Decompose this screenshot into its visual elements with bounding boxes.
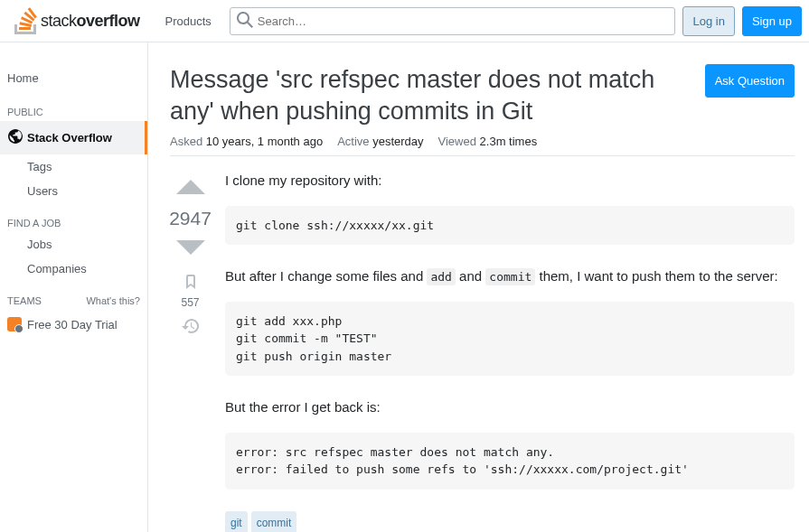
bookmark-count: 557 [181,296,199,309]
sidebar-header-public: PUBLIC [0,92,147,121]
topbar: stackoverflow Products Log in Sign up [0,0,809,42]
main: Home PUBLIC Stack Overflow Tags Users FI… [0,42,809,532]
products-link[interactable]: Products [155,9,222,33]
code-block: git add xxx.php git commit -m "TEST" git… [225,302,795,377]
briefcase-icon [7,317,22,331]
question-body: I clone my repository with: git clone ss… [225,171,795,532]
bookmark-button[interactable] [183,274,199,293]
question-meta: Asked 10 years, 1 month ago Active yeste… [170,135,795,156]
sidebar-item-label: Free 30 Day Trial [27,318,118,331]
stackoverflow-icon [14,7,37,34]
sidebar-item-stackoverflow[interactable]: Stack Overflow [0,121,147,154]
vote-count: 2947 [169,208,212,229]
sidebar-item-jobs[interactable]: Jobs [0,232,147,257]
sidebar-item-tags[interactable]: Tags [0,154,147,179]
signup-button[interactable]: Sign up [742,6,802,36]
tag[interactable]: commit [251,511,297,532]
content: Message 'src refspec master does not mat… [148,42,809,532]
inline-code: commit [485,268,535,285]
sidebar-header-findjob: FIND A JOB [0,203,147,232]
sidebar-teams-row: TEAMS What's this? [0,281,147,310]
tag[interactable]: git [225,511,248,532]
question-title[interactable]: Message 'src refspec master does not mat… [170,64,691,127]
sidebar: Home PUBLIC Stack Overflow Tags Users FI… [0,42,148,532]
search-input[interactable] [230,7,676,35]
code-block: git clone ssh://xxxxx/xx.git [225,206,795,246]
meta-active: Active yesterday [337,135,423,148]
globe-icon [7,128,24,147]
meta-asked: Asked 10 years, 1 month ago [170,135,323,148]
vote-cell: 2947 557 [170,171,211,532]
inline-code: add [427,268,455,285]
sidebar-item-companies[interactable]: Companies [0,257,147,281]
body-paragraph: I clone my repository with: [225,171,795,191]
sidebar-item-trial[interactable]: Free 30 Day Trial [0,310,147,339]
sidebar-item-home[interactable]: Home [0,64,147,92]
meta-viewed: Viewed 2.3m times [438,135,538,148]
code-block: error: src refspec master does not match… [225,433,795,490]
body-paragraph: But after I change some files and add an… [225,266,795,287]
downvote-button[interactable] [174,231,207,266]
logo-text: stackoverflow [41,12,140,31]
teams-help-link[interactable]: What's this? [86,295,140,306]
question-header: Message 'src refspec master does not mat… [170,64,795,127]
sidebar-item-users[interactable]: Users [0,179,147,203]
sidebar-header-teams: TEAMS [7,295,42,306]
history-button[interactable] [182,318,199,337]
search-icon [237,12,253,31]
login-button[interactable]: Log in [682,6,734,36]
ask-question-button[interactable]: Ask Question [705,64,795,98]
search-wrap [230,7,676,35]
logo[interactable]: stackoverflow [7,7,147,34]
question-post: 2947 557 I clone my repository with: git… [170,171,795,532]
body-paragraph: But the error I get back is: [225,397,795,418]
sidebar-item-label: Stack Overflow [27,131,112,145]
upvote-button[interactable] [174,171,207,206]
tag-list: git commit [225,511,795,532]
